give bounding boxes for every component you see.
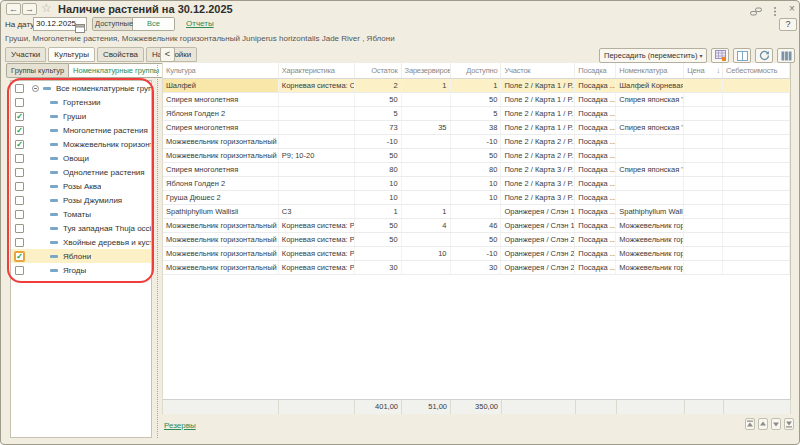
cell-zarezervirovano[interactable]: 35 <box>402 121 451 134</box>
history-forward-button[interactable]: → <box>22 3 37 15</box>
cell-kultura[interactable]: Можжевельник горизонтальный Juni... <box>163 149 279 162</box>
table-row[interactable]: Груша Дюшес 2 10 10 Поле 2 / Карта 3 / Р… <box>163 191 790 205</box>
cell-cena[interactable] <box>684 135 723 148</box>
cell-cena[interactable] <box>684 247 723 260</box>
more-window-actions-icon[interactable] <box>769 3 781 14</box>
table-row[interactable]: Spathiphyllum Wallisii C3 1 1 Оранжерея … <box>163 205 790 219</box>
table-row[interactable]: Шалфей Корневая система: ОКС 2 1 1 Поле … <box>163 79 790 93</box>
table-row[interactable]: Яблоня Голден 2 10 10 Поле 2 / Карта 3 /… <box>163 177 790 191</box>
cell-posadka[interactable]: Посадка ... <box>575 79 616 92</box>
tree-item[interactable]: ✓ Многолетние растения <box>11 123 151 137</box>
cell-ostatok[interactable]: 50 <box>355 233 402 246</box>
cell-posadka[interactable]: Посадка ... <box>575 191 616 204</box>
cell-harakteristika[interactable] <box>279 191 355 204</box>
cell-dostupno[interactable]: 50 <box>451 233 502 246</box>
cell-kultura[interactable]: Можжевельник горизонтальный Juni... <box>163 219 279 232</box>
table-row[interactable]: Можжевельник горизонтальный Juni... Корн… <box>163 219 790 233</box>
table-row[interactable]: Можжевельник горизонтальный Juni... P9; … <box>163 149 790 163</box>
col-dostupno[interactable]: Доступно <box>451 63 502 78</box>
cell-posadka[interactable]: Посадка ... <box>575 261 616 274</box>
tree-item[interactable]: Однолетние растения <box>11 165 151 179</box>
cell-kultura[interactable]: Спирея многолетняя <box>163 163 279 176</box>
cell-harakteristika[interactable] <box>279 93 355 106</box>
history-back-button[interactable]: ← <box>6 3 21 15</box>
cell-sebestoimost[interactable] <box>723 191 790 204</box>
cell-nomenklatura[interactable] <box>616 107 684 120</box>
tree-item[interactable]: ✓ Яблони <box>11 249 151 263</box>
cell-kultura[interactable]: Спирея многолетняя <box>163 121 279 134</box>
table-row[interactable]: Спирея многолетняя 50 50 Поле 2 / Карта … <box>163 93 790 107</box>
cell-nomenklatura[interactable]: Spathiphyllum Wallisii <box>616 205 684 218</box>
cell-uchastok[interactable]: Поле 2 / Карта 1 / Р... <box>501 93 575 106</box>
col-nomenklatura[interactable]: Номенклатура <box>616 63 684 78</box>
cell-uchastok[interactable]: Поле 2 / Карта 3 / Р... <box>501 191 575 204</box>
col-zarezervirovano[interactable]: Зарезервировано <box>402 63 451 78</box>
tree-item[interactable]: Овощи <box>11 151 151 165</box>
cell-kultura[interactable]: Можжевельник горизонтальный Juni... <box>163 135 279 148</box>
cell-nomenklatura[interactable]: Спирея японская 'Г... <box>616 163 684 176</box>
table-row[interactable]: Спирея многолетняя 80 80 Поле 2 / Карта … <box>163 163 790 177</box>
cell-zarezervirovano[interactable] <box>402 107 451 120</box>
tab-uchastki[interactable]: Участки <box>5 47 46 62</box>
cell-ostatok[interactable]: 10 <box>355 191 402 204</box>
toggle-option-available[interactable]: Доступные <box>93 18 133 30</box>
cell-uchastok[interactable]: Поле 2 / Карта 3 / Р... <box>501 177 575 190</box>
cell-sebestoimost[interactable] <box>723 79 790 92</box>
cell-harakteristika[interactable] <box>279 107 355 120</box>
cell-dostupno[interactable]: 30 <box>451 261 502 274</box>
cell-cena[interactable] <box>684 191 723 204</box>
page-up-icon[interactable] <box>758 418 768 430</box>
cell-dostupno[interactable]: 80 <box>451 163 502 176</box>
cell-kultura[interactable]: Spathiphyllum Wallisii <box>163 205 279 218</box>
tree-item[interactable]: ✓ Груши <box>11 109 151 123</box>
cell-kultura[interactable]: Можжевельник горизонтальный Juni... <box>163 247 279 260</box>
cell-kultura[interactable]: Яблоня Голден 2 <box>163 177 279 190</box>
col-sebestoimost[interactable]: Себестоимость <box>723 63 790 78</box>
cell-posadka[interactable]: Посадка ... <box>575 233 616 246</box>
cell-posadka[interactable]: Посадка ... <box>575 247 616 260</box>
cell-uchastok[interactable]: Поле 2 / Карта 2 / Р... <box>501 149 575 162</box>
cell-dostupno[interactable]: 10 <box>451 177 502 190</box>
tab-svoystva[interactable]: Свойства <box>97 47 144 62</box>
cell-uchastok[interactable]: Поле 2 / Карта 1 / Р... <box>501 107 575 120</box>
cell-cena[interactable] <box>684 177 723 190</box>
cell-posadka[interactable]: Посадка ... <box>575 149 616 162</box>
refresh-button[interactable] <box>755 48 773 63</box>
tree-item[interactable]: Гортензии <box>11 95 151 109</box>
close-icon[interactable]: × <box>786 3 798 14</box>
table-row[interactable]: Можжевельник горизонтальный Juni... Корн… <box>163 261 790 275</box>
cell-posadka[interactable]: Посадка ... <box>575 135 616 148</box>
mode-nomenclature-groups[interactable]: Номенклатурные группы <box>69 63 164 78</box>
cell-dostupno[interactable]: -10 <box>451 247 502 260</box>
cell-kultura[interactable]: Спирея многолетняя <box>163 93 279 106</box>
cell-dostupno[interactable]: 50 <box>451 93 502 106</box>
checkbox[interactable] <box>15 210 24 219</box>
cell-sebestoimost[interactable] <box>723 205 790 218</box>
collapse-panel-button[interactable]: < <box>160 47 175 62</box>
col-kultura[interactable]: Культура <box>163 63 279 78</box>
cell-sebestoimost[interactable] <box>723 107 790 120</box>
cell-harakteristika[interactable]: Корневая система: ОКС <box>279 79 355 92</box>
cell-ostatok[interactable]: 5 <box>355 107 402 120</box>
cell-kultura[interactable]: Яблоня Голден 2 <box>163 107 279 120</box>
cell-ostatok[interactable]: 2 <box>355 79 402 92</box>
cell-dostupno[interactable]: 5 <box>451 107 502 120</box>
cell-ostatok[interactable]: 50 <box>355 93 402 106</box>
checkbox[interactable] <box>15 98 24 107</box>
cell-harakteristika[interactable]: C3 <box>279 205 355 218</box>
checkbox[interactable] <box>15 168 24 177</box>
cell-zarezervirovano[interactable]: 1 <box>402 79 451 92</box>
cell-cena[interactable] <box>684 93 723 106</box>
cell-uchastok[interactable]: Поле 2 / Карта 2 / Р... <box>501 135 575 148</box>
cell-nomenklatura[interactable]: Спирея японская 'Г... <box>616 121 684 134</box>
cell-harakteristika[interactable] <box>279 135 355 148</box>
cell-dostupno[interactable]: 46 <box>451 219 502 232</box>
cell-harakteristika[interactable]: Корневая система: P9 <box>279 233 355 246</box>
tab-kultury[interactable]: Культуры <box>48 47 95 62</box>
checkbox[interactable] <box>15 84 24 93</box>
cell-ostatok[interactable]: 80 <box>355 163 402 176</box>
checkbox[interactable]: ✓ <box>15 126 24 135</box>
cell-posadka[interactable]: Посадка ... <box>575 177 616 190</box>
tree-item[interactable]: Томаты <box>11 207 151 221</box>
expander-icon[interactable] <box>32 85 39 92</box>
